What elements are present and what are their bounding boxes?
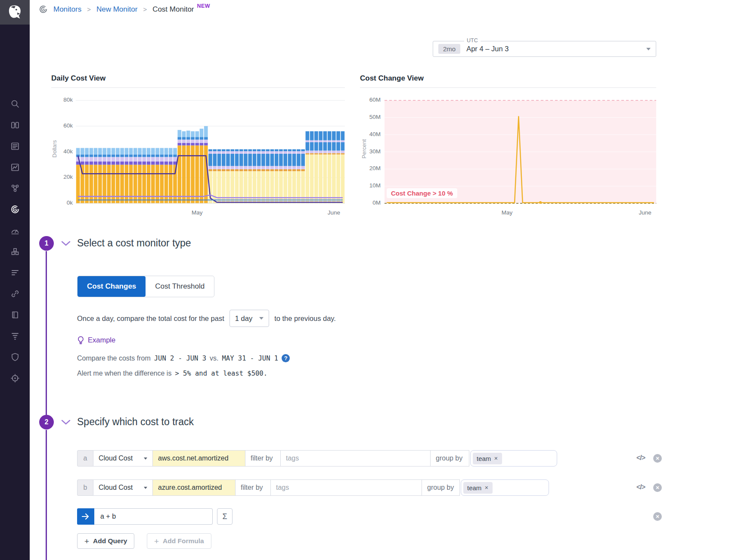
group-by-input[interactable]: team ✕ <box>461 479 549 496</box>
group-tag-pill[interactable]: team ✕ <box>473 453 502 464</box>
cost-change-view-title: Cost Change View <box>360 74 424 83</box>
gauge-icon <box>10 226 20 235</box>
add-formula-button[interactable]: + Add Formula <box>147 533 211 549</box>
step-2-circle: 2 <box>39 415 54 429</box>
remove-tag-icon[interactable]: ✕ <box>484 485 488 491</box>
group-by-input[interactable]: team ✕ <box>470 450 557 467</box>
remove-tag-icon[interactable]: ✕ <box>494 456 498 461</box>
group-by-label: group by <box>431 450 469 467</box>
add-formula-label: Add Formula <box>163 537 204 545</box>
example-label: Example <box>88 336 115 344</box>
daily-cost-view-title: Daily Cost View <box>51 74 105 83</box>
lightbulb-icon <box>77 336 84 344</box>
remove-query-icon[interactable]: ✕ <box>653 483 662 492</box>
filter-tags-input[interactable]: tags <box>281 450 431 467</box>
breadcrumb: Monitors > New Monitor > Cost Monitor NE… <box>39 5 213 14</box>
y-tick-label: 80k <box>53 96 73 103</box>
bars-icon <box>10 268 20 277</box>
datadog-logo[interactable] <box>0 0 30 25</box>
sidebar-item-synthetics[interactable] <box>0 367 30 389</box>
network-nodes-icon <box>10 184 20 193</box>
period-select-value: 1 day <box>235 314 252 323</box>
sidebar-item-dashboards[interactable] <box>0 156 30 177</box>
period-select[interactable]: 1 day <box>229 310 269 327</box>
source-value: Cloud Cost <box>99 484 133 492</box>
sigma-function-button[interactable]: Σ <box>217 508 233 525</box>
alert-pre: Alert me when the difference is <box>77 370 171 377</box>
sidebar-item-monitors[interactable] <box>0 199 30 220</box>
compare-pre: Compare the costs from <box>77 355 151 362</box>
threshold-annotation: Cost Change > 10 % <box>387 188 457 198</box>
monitor-type-tabs: Cost Changes Cost Threshold <box>77 276 214 297</box>
breadcrumb-new-monitor-link[interactable]: New Monitor <box>96 5 137 14</box>
source-dropdown[interactable]: Cloud Cost <box>93 479 153 496</box>
group-tag-pill[interactable]: team ✕ <box>463 482 493 494</box>
y-tick-label: 40M <box>361 131 381 137</box>
step-connector-line <box>46 430 47 560</box>
query-row-a: a Cloud Cost aws.cost.net.amortized filt… <box>77 450 557 467</box>
time-preset-pill[interactable]: 2mo <box>438 44 460 54</box>
add-query-button[interactable]: + Add Query <box>77 533 134 549</box>
code-view-icon[interactable]: </> <box>636 454 645 462</box>
comparison-sentence: Once a day, compare the total cost for t… <box>77 310 336 327</box>
sidebar-item-search[interactable] <box>0 93 30 114</box>
sentence-pre: Once a day, compare the total cost for t… <box>77 314 224 323</box>
y-tick-label: 60k <box>53 122 73 129</box>
monitors-radar-icon <box>10 205 20 214</box>
chevron-down-icon <box>144 487 147 489</box>
y-tick-label: 40k <box>53 148 73 155</box>
help-icon[interactable]: ? <box>282 354 290 362</box>
filter-tags-input[interactable]: tags <box>271 479 422 496</box>
metric-field[interactable]: aws.cost.net.amortized <box>153 450 245 467</box>
compare-example-line: Compare the costs from JUN 2 - JUN 3 vs.… <box>77 354 290 362</box>
sidebar-nav <box>0 93 30 389</box>
chevron-down-icon[interactable] <box>646 48 651 50</box>
events-list-icon <box>10 141 20 151</box>
source-value: Cloud Cost <box>99 454 133 462</box>
sidebar-item-service-map[interactable] <box>0 283 30 304</box>
plus-icon: + <box>84 537 89 545</box>
group-tag-value: team <box>467 484 481 492</box>
section-2-title: Specify which cost to track <box>77 416 194 428</box>
query-letter: a <box>77 450 93 467</box>
sidebar-item-security[interactable] <box>0 346 30 367</box>
group-tag-value: team <box>477 455 491 462</box>
alert-example-line: Alert me when the difference is > 5% and… <box>77 370 267 377</box>
sidebar-item-notebooks[interactable] <box>0 304 30 325</box>
sidebar-item-metrics[interactable] <box>0 262 30 283</box>
sidebar-item-host-map[interactable] <box>0 177 30 199</box>
book-icon <box>10 310 20 320</box>
x-tick-label: May <box>502 209 513 216</box>
code-view-icon[interactable]: </> <box>636 483 645 491</box>
x-tick-label: June <box>639 209 651 216</box>
example-toggle[interactable]: Example <box>77 336 115 344</box>
query-row-b: b Cloud Cost azure.cost.amortized filter… <box>77 479 549 496</box>
metric-field[interactable]: azure.cost.amortized <box>153 479 236 496</box>
sidebar-item-integrations[interactable] <box>0 241 30 262</box>
shield-icon <box>10 352 20 362</box>
remove-formula-icon[interactable]: ✕ <box>653 512 662 521</box>
x-tick-label: June <box>328 209 340 216</box>
sidebar-item-logs[interactable] <box>0 325 30 346</box>
y-tick-label: 0M <box>361 199 381 206</box>
remove-query-icon[interactable]: ✕ <box>653 454 662 463</box>
tab-cost-changes[interactable]: Cost Changes <box>78 276 146 297</box>
chevron-down-icon[interactable] <box>61 241 71 246</box>
sidebar-item-events[interactable] <box>0 135 30 156</box>
y-tick-label: 60M <box>361 96 381 103</box>
breadcrumb-monitors-link[interactable]: Monitors <box>53 5 81 14</box>
y-tick-label: 10M <box>361 182 381 189</box>
y-tick-label: 30M <box>361 148 381 155</box>
time-range-picker[interactable]: UTC 2mo Apr 4 – Jun 3 <box>433 41 656 57</box>
tab-cost-threshold[interactable]: Cost Threshold <box>146 276 214 297</box>
chevron-down-icon[interactable] <box>61 420 71 425</box>
formula-arrow-button <box>77 508 94 525</box>
sidebar-item-watchdog[interactable] <box>0 114 30 135</box>
funnel-lines-icon <box>10 331 20 341</box>
cost-monitor-page: Monitors > New Monitor > Cost Monitor NE… <box>0 0 735 560</box>
source-dropdown[interactable]: Cloud Cost <box>93 450 153 467</box>
formula-expression-input[interactable]: a + b <box>94 508 213 525</box>
sidebar-item-apm[interactable] <box>0 220 30 241</box>
breadcrumb-separator: > <box>143 6 147 13</box>
breadcrumb-current: Cost Monitor <box>152 5 194 14</box>
